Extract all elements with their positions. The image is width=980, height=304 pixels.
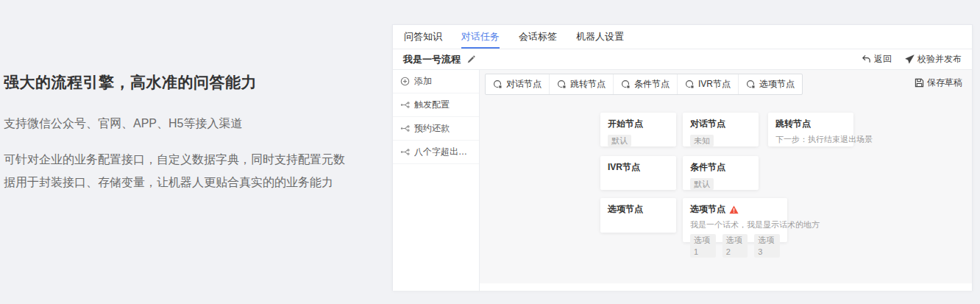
node-ivr[interactable]: IVR节点 <box>600 156 676 190</box>
save-draft-button[interactable]: 保存草稿 <box>915 77 962 89</box>
option-tag: 选项2 <box>722 234 748 258</box>
node-circle-icon <box>746 79 756 89</box>
back-arrow-icon <box>862 54 871 64</box>
branch-icon <box>400 124 410 133</box>
paper-plane-icon <box>905 54 915 64</box>
tab-session-labels[interactable]: 会话标签 <box>519 25 557 49</box>
node-start[interactable]: 开始节点 默认 <box>600 113 676 146</box>
palette-condition-node[interactable]: 条件节点 <box>614 74 678 94</box>
node-subtitle: 我是一个话术，我是显示话术的地方 <box>690 219 780 230</box>
save-icon <box>915 78 924 88</box>
flow-title: 我是一号流程 <box>403 53 461 66</box>
warning-icon <box>729 205 739 214</box>
editor-body: 添加 触发配置 预约还款 八个字超出显示是… <box>393 70 972 291</box>
validate-publish-button[interactable]: 校验并发布 <box>905 53 962 66</box>
plus-circle-icon <box>400 77 410 86</box>
node-dialog[interactable]: 对话节点 未知 <box>683 113 759 146</box>
palette-ivr-node[interactable]: IVR节点 <box>678 74 739 94</box>
node-circle-icon <box>557 79 567 89</box>
node-circle-icon <box>685 79 695 89</box>
node-circle-icon <box>621 79 631 89</box>
tab-qa-knowledge[interactable]: 问答知识 <box>404 25 442 49</box>
marketing-copy: 强大的流程引擎，高水准的问答能力 支持微信公众号、官网、APP、H5等接入渠道 … <box>4 72 383 194</box>
node-tag: 默认 <box>608 135 631 146</box>
node-circle-icon <box>493 79 503 89</box>
back-button[interactable]: 返回 <box>862 53 892 66</box>
node-palette: 对话节点 跳转节点 条件节点 <box>485 74 803 95</box>
branch-icon <box>400 100 410 110</box>
marketing-line1: 支持微信公众号、官网、APP、H5等接入渠道 <box>4 116 383 132</box>
palette-dialog-node[interactable]: 对话节点 <box>486 74 550 94</box>
option-tag: 选项1 <box>690 234 716 258</box>
tab-dialog-tasks[interactable]: 对话任务 <box>461 25 500 49</box>
tab-robot-settings[interactable]: 机器人设置 <box>576 25 624 49</box>
sidebar-item-appointment-repay[interactable]: 预约还款 <box>393 117 479 141</box>
node-condition[interactable]: 条件节点 默认 <box>683 156 759 190</box>
canvas-wrap: 对话节点 跳转节点 条件节点 <box>480 70 972 291</box>
flow-editor-panel: 问答知识 对话任务 会话标签 机器人设置 我是一号流程 返回 校验并发布 <box>392 24 973 291</box>
option-tag: 选项3 <box>754 234 780 258</box>
node-jump[interactable]: 跳转节点 下一步：执行结束退出场景 <box>768 113 853 146</box>
flow-canvas[interactable]: 对话节点 跳转节点 条件节点 <box>480 70 972 283</box>
marketing-heading: 强大的流程引擎，高水准的问答能力 <box>4 72 383 93</box>
palette-option-node[interactable]: 选项节点 <box>739 74 802 94</box>
node-subtitle: 下一步：执行结束退出场景 <box>775 134 846 145</box>
sidebar-item-add[interactable]: 添加 <box>393 70 479 93</box>
node-option-warning[interactable]: 选项节点 我是一个话术，我是显示话术的地方 选项1 选项2 选项3 <box>683 198 787 242</box>
pencil-icon <box>466 55 475 64</box>
marketing-line2: 可针对企业的业务配置接口，自定义数据字典，同时支持配置元数据用于封装接口、存储变… <box>4 148 351 194</box>
sidebar-item-trigger-config[interactable]: 触发配置 <box>393 93 479 117</box>
palette-jump-node[interactable]: 跳转节点 <box>550 74 614 94</box>
option-tags: 选项1 选项2 选项3 <box>690 234 780 258</box>
node-tag: 默认 <box>690 178 714 190</box>
titlebar-actions: 返回 校验并发布 <box>862 53 962 66</box>
node-tag: 未知 <box>690 135 714 146</box>
edit-flow-name-button[interactable] <box>466 55 475 64</box>
sidebar-item-overflow-name[interactable]: 八个字超出显示是… <box>393 141 479 164</box>
tab-bar: 问答知识 对话任务 会话标签 机器人设置 <box>393 25 972 49</box>
flow-sidebar: 添加 触发配置 预约还款 八个字超出显示是… <box>393 70 480 291</box>
flow-titlebar: 我是一号流程 返回 校验并发布 <box>393 49 972 70</box>
node-option[interactable]: 选项节点 <box>600 198 676 233</box>
branch-icon <box>400 147 410 157</box>
